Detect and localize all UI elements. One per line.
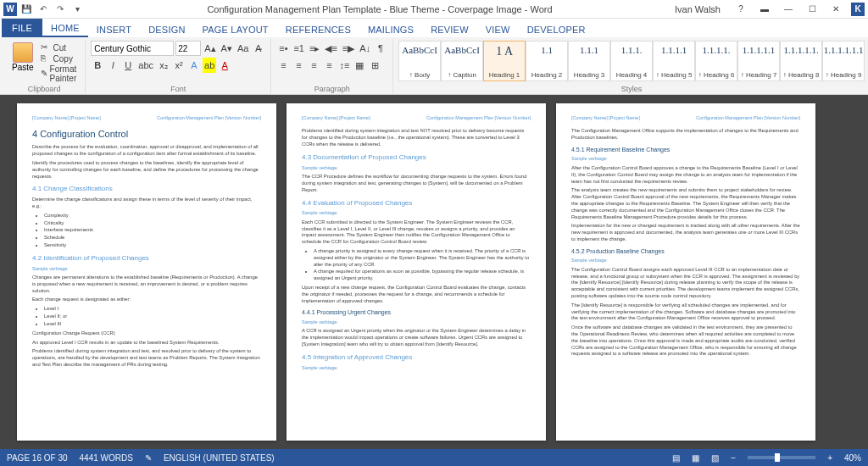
ribbon-tabs: FILE HOME INSERT DESIGN PAGE LAYOUT REFE… — [0, 19, 868, 37]
tab-developer[interactable]: DEVELOPER — [519, 21, 594, 37]
status-bar: PAGE 16 OF 30 4441 WORDS ✎ ENGLISH (UNIT… — [0, 449, 868, 466]
style-heading3[interactable]: 1.1.1Heading 3 — [568, 41, 610, 81]
read-mode-icon[interactable]: ▤ — [672, 453, 680, 463]
style-heading8[interactable]: 1.1.1.1.1.↑ Heading 8 — [780, 41, 822, 81]
style-heading4[interactable]: 1.1.1.Heading 4 — [610, 41, 653, 81]
shrink-font-icon[interactable]: A▾ — [220, 41, 234, 56]
word-count[interactable]: 4441 WORDS — [80, 453, 133, 463]
maximize-icon[interactable]: ☐ — [804, 3, 821, 16]
tab-page-layout[interactable]: PAGE LAYOUT — [194, 21, 277, 37]
style-heading6[interactable]: 1.1.1.1.↑ Heading 6 — [695, 41, 737, 81]
style-heading5[interactable]: 1.1.1.1↑ Heading 5 — [653, 41, 695, 81]
align-right-icon[interactable]: ≡ — [307, 58, 320, 73]
style-caption[interactable]: AaBbCcI↑ Caption — [441, 41, 483, 81]
style-body[interactable]: AaBbCcI↑ Body — [398, 41, 441, 81]
page-header-left: [Company Name] [Project Name] — [32, 115, 101, 121]
ribbon: Paste ✂Cut ⎘Copy ✎Format Painter Clipboa… — [0, 37, 868, 95]
font-color-icon[interactable]: A — [218, 58, 231, 73]
window-title: Configuration Management Plan Template -… — [85, 4, 675, 14]
copy-button[interactable]: ⎘Copy — [41, 53, 81, 64]
style-heading9[interactable]: 1.1.1.1.1.1↑ Heading 9 — [822, 41, 865, 81]
paragraph-group-label: Paragraph — [271, 85, 392, 93]
format-painter-button[interactable]: ✎Format Painter — [41, 64, 81, 83]
h-441: 4.4.1 Processing Urgent Changes — [302, 308, 531, 316]
zoom-level[interactable]: 40% — [844, 453, 861, 463]
strike-icon[interactable]: abc — [136, 58, 155, 73]
zoom-in-icon[interactable]: + — [827, 453, 832, 463]
styles-group-label: Styles — [393, 85, 868, 93]
qat-more-icon[interactable]: ▾ — [70, 2, 85, 17]
bullets-icon[interactable]: ≡• — [276, 41, 290, 56]
cut-button[interactable]: ✂Cut — [41, 42, 81, 53]
multilevel-icon[interactable]: ≡▸ — [308, 41, 321, 56]
h-41: 4.1 Change Classifications — [32, 185, 261, 194]
tab-mailings[interactable]: MAILINGS — [359, 21, 422, 37]
change-case-icon[interactable]: Aa — [236, 41, 250, 56]
user-name[interactable]: Ivan Walsh — [675, 4, 721, 14]
tab-references[interactable]: REFERENCES — [277, 21, 359, 37]
paste-label: Paste — [12, 63, 34, 72]
print-layout-icon[interactable]: ▦ — [692, 453, 699, 463]
italic-icon[interactable]: I — [106, 58, 120, 73]
tab-review[interactable]: REVIEW — [422, 21, 477, 37]
zoom-slider[interactable] — [748, 456, 815, 459]
sort-icon[interactable]: A↓ — [358, 41, 372, 56]
account-badge[interactable]: K — [851, 3, 865, 16]
page-18[interactable]: [Company Name] [Project Name]Configurati… — [556, 103, 815, 441]
undo-icon[interactable]: ↶ — [36, 2, 51, 17]
h-44: 4.4 Evaluation of Proposed Changes — [302, 199, 531, 208]
font-name-input[interactable] — [91, 41, 174, 56]
page-count[interactable]: PAGE 16 OF 30 — [7, 453, 68, 463]
document-area[interactable]: [Company Name] [Project Name]Configurati… — [0, 95, 868, 449]
save-icon[interactable]: 💾 — [19, 2, 34, 17]
proofing-icon[interactable]: ✎ — [145, 453, 152, 463]
line-spacing-icon[interactable]: ↕≡ — [337, 58, 351, 73]
show-marks-icon[interactable]: ¶ — [374, 41, 387, 56]
subscript-icon[interactable]: x₂ — [157, 58, 170, 73]
close-icon[interactable]: ✕ — [827, 3, 844, 16]
h-43: 4.3 Documentation of Proposed Changes — [302, 153, 531, 163]
grow-font-icon[interactable]: A▴ — [203, 41, 217, 56]
highlight-icon[interactable]: ab — [203, 58, 216, 73]
paste-button[interactable]: Paste — [8, 41, 37, 74]
brush-icon: ✎ — [41, 69, 47, 79]
borders-icon[interactable]: ⊞ — [368, 58, 381, 73]
text-effects-icon[interactable]: A — [187, 58, 201, 73]
bold-icon[interactable]: B — [91, 58, 104, 73]
page-header-right: Configuration Management Plan [Version N… — [157, 115, 261, 121]
inc-indent-icon[interactable]: ≡▶ — [341, 41, 356, 56]
style-heading1[interactable]: 1 AHeading 1 — [483, 41, 526, 81]
dec-indent-icon[interactable]: ◀≡ — [323, 41, 338, 56]
shading-icon[interactable]: ▦ — [353, 58, 366, 73]
justify-icon[interactable]: ≡ — [322, 58, 336, 73]
font-size-input[interactable] — [175, 41, 201, 56]
zoom-out-icon[interactable]: − — [731, 453, 736, 463]
quick-access-toolbar: W 💾 ↶ ↷ ▾ — [3, 2, 85, 17]
h-45: 4.5 Integration of Approved Changes — [302, 353, 531, 363]
style-heading7[interactable]: 1.1.1.1.1↑ Heading 7 — [737, 41, 780, 81]
tab-design[interactable]: DESIGN — [140, 21, 193, 37]
cut-icon: ✂ — [41, 42, 51, 53]
tab-insert[interactable]: INSERT — [88, 21, 140, 37]
superscript-icon[interactable]: x² — [172, 58, 186, 73]
align-left-icon[interactable]: ≡ — [276, 58, 290, 73]
tab-file[interactable]: FILE — [2, 19, 42, 37]
styles-gallery[interactable]: AaBbCcI↑ Body AaBbCcI↑ Caption 1 AHeadin… — [398, 41, 865, 81]
language[interactable]: ENGLISH (UNITED STATES) — [164, 453, 275, 463]
numbering-icon[interactable]: ≡1 — [292, 41, 306, 56]
clear-format-icon[interactable]: A̶ — [252, 41, 265, 56]
minimize-icon[interactable]: — — [780, 3, 797, 16]
word-icon[interactable]: W — [3, 3, 17, 16]
tab-view[interactable]: VIEW — [477, 21, 519, 37]
page-16[interactable]: [Company Name] [Project Name]Configurati… — [17, 103, 276, 441]
ribbon-options-icon[interactable]: ▬ — [756, 3, 773, 16]
underline-icon[interactable]: U — [121, 58, 135, 73]
web-layout-icon[interactable]: ▨ — [711, 453, 719, 463]
redo-icon[interactable]: ↷ — [53, 2, 68, 17]
style-heading2[interactable]: 1.1 Heading 2 — [526, 41, 568, 81]
help-icon[interactable]: ? — [732, 3, 749, 16]
h-4: 4 Configuration Control — [32, 128, 261, 141]
align-center-icon[interactable]: ≡ — [292, 58, 305, 73]
page-17[interactable]: [Company Name] [Project Name]Configurati… — [287, 103, 546, 441]
tab-home[interactable]: HOME — [42, 19, 88, 37]
